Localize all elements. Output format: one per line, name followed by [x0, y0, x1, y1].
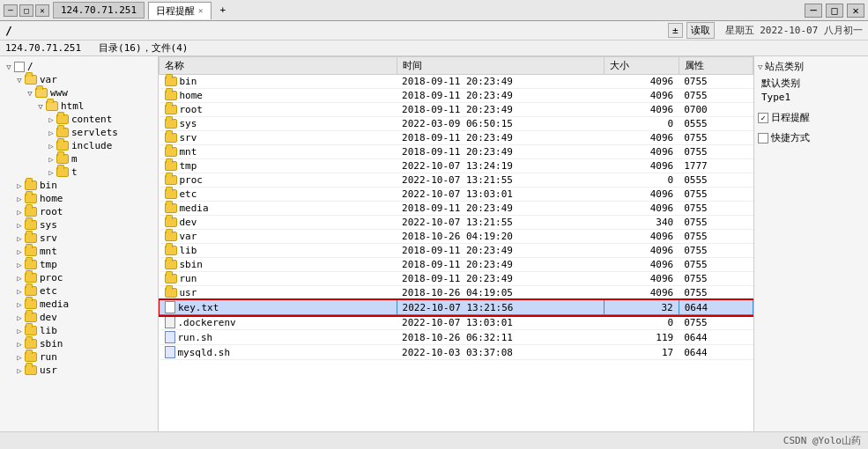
- file-name-label: media: [180, 202, 209, 214]
- folder-icon: [25, 180, 37, 190]
- info-dir-count: 目录(16)，文件(4): [99, 41, 188, 55]
- tree-expand-icon: ▷: [14, 221, 25, 230]
- folder-icon: [25, 365, 37, 375]
- col-time-header[interactable]: 时间: [397, 57, 605, 75]
- rs-type1[interactable]: Type1: [758, 91, 864, 104]
- tree-item-label: m: [71, 153, 78, 165]
- file-list-panel: 名称 时间 大小 属性 bin2018-09-11 20:23:49409607…: [159, 56, 753, 431]
- table-row[interactable]: lib2018-09-11 20:23:4940960755: [160, 244, 753, 258]
- file-name-cell: run.sh: [160, 330, 397, 345]
- tab-active[interactable]: 日程提醒 ✕: [148, 2, 211, 19]
- tree-expand-icon: ▷: [46, 168, 56, 177]
- win-close-icon[interactable]: ✕: [847, 4, 864, 18]
- tree-item[interactable]: ▷media: [0, 298, 158, 311]
- tree-item[interactable]: ▷tmp: [0, 258, 158, 271]
- tree-item[interactable]: ▷m: [0, 152, 158, 166]
- file-perm-cell: 0644: [679, 330, 753, 345]
- tree-item[interactable]: ▽/: [0, 60, 158, 73]
- tree-item[interactable]: ▷t: [0, 166, 158, 179]
- table-row[interactable]: key.txt2022-10-07 13:21:56320644: [160, 300, 753, 315]
- close-button[interactable]: ✕: [35, 4, 49, 17]
- folder-icon: [25, 220, 37, 230]
- table-row[interactable]: root2018-09-11 20:23:4940960700: [160, 103, 753, 117]
- file-size-cell: 4096: [605, 244, 679, 258]
- table-row[interactable]: bin2018-09-11 20:23:4940960755: [160, 75, 753, 89]
- tree-item-label: home: [40, 193, 63, 204]
- tree-expand-icon: ▷: [46, 129, 56, 137]
- tree-expand-icon: ▷: [14, 208, 25, 217]
- folder-icon: [165, 260, 177, 269]
- tab-add-button[interactable]: +: [215, 3, 232, 18]
- table-row[interactable]: var2018-10-26 04:19:2040960755: [160, 230, 753, 244]
- folder-icon: [165, 147, 177, 157]
- file-name-cell: home: [160, 89, 397, 103]
- table-row[interactable]: run.sh2018-10-26 06:32:111190644: [160, 330, 753, 345]
- file-name-cell: key.txt: [160, 300, 397, 315]
- table-row[interactable]: srv2018-09-11 20:23:4940960755: [160, 131, 753, 145]
- minimize-button[interactable]: ─: [4, 4, 18, 17]
- tree-item[interactable]: ▷usr: [0, 364, 158, 377]
- tree-item[interactable]: ▷bin: [0, 179, 158, 192]
- file-name-cell: sys: [160, 117, 397, 131]
- win-max-icon[interactable]: □: [826, 4, 843, 18]
- table-row[interactable]: mnt2018-09-11 20:23:4940960755: [160, 145, 753, 159]
- table-row[interactable]: .dockerenv2022-10-07 13:03:0100755: [160, 315, 753, 330]
- file-name-cell: media: [160, 202, 397, 216]
- tree-item[interactable]: ▷run: [0, 350, 158, 364]
- table-row[interactable]: mysqld.sh2022-10-03 03:37:08170644: [160, 345, 753, 360]
- table-row[interactable]: tmp2022-10-07 13:24:1940961777: [160, 159, 753, 173]
- table-row[interactable]: proc2022-10-07 13:21:5500555: [160, 173, 753, 188]
- file-table: 名称 时间 大小 属性 bin2018-09-11 20:23:49409607…: [159, 56, 753, 360]
- maximize-button[interactable]: □: [19, 4, 33, 17]
- table-header: 名称 时间 大小 属性: [160, 57, 753, 75]
- sort-button[interactable]: ±: [668, 23, 683, 38]
- tree-item[interactable]: ▷sys: [0, 218, 158, 232]
- table-row[interactable]: run2018-09-11 20:23:4940960755: [160, 272, 753, 286]
- tree-expand-icon: ▷: [46, 115, 56, 124]
- file-size-cell: 4096: [605, 202, 679, 216]
- table-row[interactable]: sbin2018-09-11 20:23:4940960755: [160, 258, 753, 272]
- window-controls[interactable]: ─ □ ✕: [4, 4, 49, 17]
- file-time-cell: 2018-10-26 04:19:05: [397, 286, 605, 300]
- table-row[interactable]: sys2022-03-09 06:50:1500555: [160, 117, 753, 131]
- tree-item[interactable]: ▷root: [0, 205, 158, 218]
- tree-item[interactable]: ▷sbin: [0, 337, 158, 350]
- table-row[interactable]: media2018-09-11 20:23:4940960755: [160, 202, 753, 216]
- folder-icon: [46, 101, 58, 111]
- win-min-icon[interactable]: ─: [805, 4, 822, 18]
- table-row[interactable]: home2018-09-11 20:23:4940960755: [160, 89, 753, 103]
- tree-item[interactable]: ▷proc: [0, 271, 158, 284]
- tree-item[interactable]: ▷content: [0, 113, 158, 126]
- tree-item[interactable]: ▷lib: [0, 324, 158, 337]
- tree-item[interactable]: ▷mnt: [0, 245, 158, 258]
- file-size-cell: 4096: [605, 188, 679, 202]
- file-name-label: home: [180, 90, 204, 101]
- tab-ip[interactable]: 124.70.71.251: [53, 2, 145, 18]
- file-time-cell: 2018-09-11 20:23:49: [397, 103, 605, 117]
- col-name-header[interactable]: 名称: [160, 57, 397, 75]
- tree-item[interactable]: ▷home: [0, 192, 158, 205]
- table-row[interactable]: etc2022-10-07 13:03:0140960755: [160, 188, 753, 202]
- tree-item[interactable]: ▷servlets: [0, 126, 158, 139]
- col-perm-header[interactable]: 属性: [679, 57, 753, 75]
- tree-item[interactable]: ▽html: [0, 99, 158, 113]
- file-size-cell: 4096: [605, 145, 679, 159]
- file-perm-cell: 1777: [679, 159, 753, 173]
- col-size-header[interactable]: 大小: [605, 57, 679, 75]
- read-button[interactable]: 读取: [686, 22, 715, 39]
- tree-item[interactable]: ▷include: [0, 139, 158, 152]
- rs-default-category[interactable]: 默认类别: [758, 76, 864, 91]
- tree-item[interactable]: ▽www: [0, 86, 158, 99]
- tab-close-icon[interactable]: ✕: [198, 6, 203, 15]
- table-row[interactable]: dev2022-10-07 13:21:553400755: [160, 216, 753, 230]
- tree-item[interactable]: ▷etc: [0, 284, 158, 298]
- table-row[interactable]: usr2018-10-26 04:19:0540960755: [160, 286, 753, 300]
- file-name-cell: .dockerenv: [160, 315, 397, 330]
- tree-item[interactable]: ▷srv: [0, 232, 158, 245]
- shortcut-checkbox[interactable]: [758, 133, 768, 144]
- tree-item[interactable]: ▽var: [0, 73, 158, 86]
- schedule-checkbox[interactable]: [758, 113, 768, 123]
- window-right-controls[interactable]: ─ □ ✕: [805, 4, 864, 18]
- tree-item[interactable]: ▷dev: [0, 311, 158, 324]
- file-name-label: etc: [180, 188, 197, 200]
